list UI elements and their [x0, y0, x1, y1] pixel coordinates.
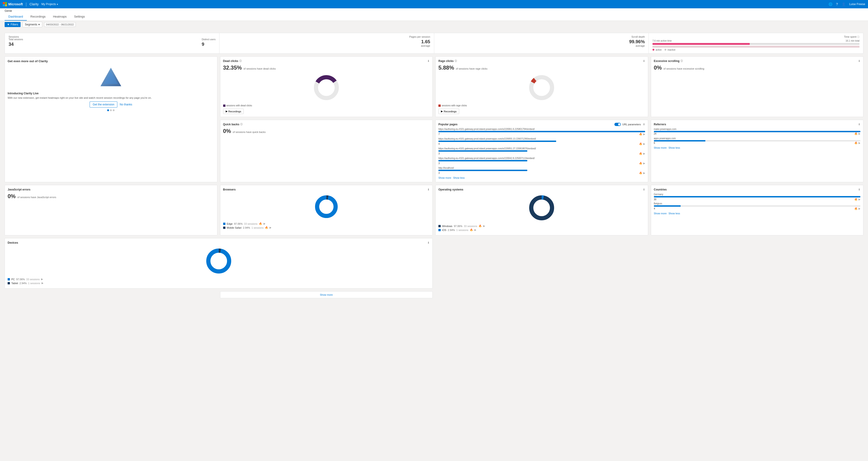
- excessive-scrolling-title-text: Excessive scrolling: [654, 59, 680, 63]
- tab-dashboard[interactable]: Dashboard: [5, 13, 27, 21]
- url-params-toggle-wrap: URL parameters: [614, 123, 641, 126]
- url-heat-icon-2[interactable]: 🔥: [639, 152, 642, 155]
- referrer-heat-icon-0[interactable]: 🔥: [855, 132, 858, 135]
- device-play-1[interactable]: ▶: [41, 282, 43, 285]
- filter-icon: ▼: [7, 23, 10, 26]
- url-play-icon-0[interactable]: ▶: [643, 133, 645, 136]
- tab-settings[interactable]: Settings: [70, 13, 89, 21]
- country-heat-1[interactable]: 🔥: [855, 207, 858, 210]
- country-icons-0: 🔥 ▶: [855, 198, 860, 201]
- top-navigation: Microsoft | Clarity My Projects ▾ 🌐 ? 👤 …: [0, 0, 868, 8]
- url-icons-3: 🔥 ▶: [639, 162, 645, 165]
- rage-clicks-info-icon[interactable]: ⓘ: [455, 59, 457, 63]
- url-heat-icon-4[interactable]: 🔥: [639, 172, 642, 175]
- devices-download-icon[interactable]: ⬇: [427, 241, 430, 244]
- url-count-0: 7: [438, 133, 440, 136]
- distinct-label: Distinct users: [202, 38, 216, 41]
- os-header: Operating systems ⬇: [438, 188, 645, 191]
- browsers-legend: Edge 97.06% 33 sessions 🔥 ▶ Mobile Safar…: [223, 222, 430, 229]
- dead-clicks-recordings-button[interactable]: ▶ Recordings: [223, 109, 244, 114]
- tab-heatmaps[interactable]: Heatmaps: [49, 13, 70, 21]
- carousel-dot-1[interactable]: [107, 109, 109, 111]
- excessive-scrolling-info-icon[interactable]: ⓘ: [680, 59, 683, 63]
- globe-icon[interactable]: 🌐: [829, 2, 832, 6]
- clarity-promo-card: Get even more out of Clarity Introducing…: [5, 56, 217, 182]
- excessive-scrolling-download-icon[interactable]: ⬇: [858, 59, 860, 63]
- os-download-icon[interactable]: ⬇: [643, 188, 645, 191]
- url-text-2: https://authoring.eu-#101.gateway.prod.i…: [438, 147, 645, 150]
- get-extension-button[interactable]: Get the extension: [90, 102, 117, 108]
- filter-button[interactable]: ▼ Filters: [5, 22, 21, 27]
- popular-pages-show-more-card: Show more: [220, 291, 433, 298]
- os-name-1: iOS: [442, 229, 446, 231]
- user-icon[interactable]: 👤: [842, 2, 846, 6]
- time-info-icon[interactable]: ⓘ: [857, 36, 860, 38]
- popular-pages-show-more[interactable]: Show more: [438, 176, 451, 179]
- popular-pages-download-icon[interactable]: ⬇: [643, 123, 645, 126]
- countries-download-icon[interactable]: ⬇: [858, 188, 860, 191]
- rage-clicks-download-icon[interactable]: ⬇: [643, 59, 645, 63]
- referrers-show-less[interactable]: Show less: [669, 146, 680, 149]
- referrer-play-icon-0[interactable]: ▶: [859, 132, 860, 135]
- referrer-heat-icon-1[interactable]: 🔥: [855, 142, 858, 144]
- referrers-download-icon[interactable]: ⬇: [858, 123, 860, 126]
- url-icons-1: 🔥 ▶: [639, 142, 645, 145]
- pages-section: Pages per session 1.65 average: [219, 33, 434, 53]
- user-name: Luise Freese: [849, 3, 865, 6]
- carousel-dot-3[interactable]: [113, 109, 115, 111]
- inactive-dot: [664, 49, 666, 51]
- url-play-icon-3[interactable]: ▶: [643, 162, 645, 165]
- popular-pages-bottom-show-more[interactable]: Show more: [320, 293, 333, 296]
- browser-play-0[interactable]: ▶: [264, 222, 266, 225]
- date-range[interactable]: 04/03/2022 - 06/21/2022: [44, 22, 76, 27]
- excessive-scrolling-header: Excessive scrolling ⓘ ⬇: [654, 59, 861, 63]
- url-heat-icon-1[interactable]: 🔥: [639, 142, 642, 145]
- referrer-play-icon-1[interactable]: ▶: [859, 142, 860, 144]
- country-play-1[interactable]: ▶: [859, 207, 860, 210]
- os-heat-0[interactable]: 🔥: [478, 225, 482, 228]
- browser-heat-0[interactable]: 🔥: [259, 222, 262, 225]
- url-row-4: 3 🔥 ▶: [438, 172, 645, 175]
- device-play-0[interactable]: ▶: [41, 278, 43, 281]
- country-count-0: 30: [654, 198, 656, 201]
- my-projects-button[interactable]: My Projects ▾: [41, 3, 58, 6]
- dead-clicks-info-icon[interactable]: ⓘ: [239, 59, 242, 63]
- promo-image: [8, 66, 214, 88]
- help-icon[interactable]: ?: [836, 2, 838, 6]
- os-play-1[interactable]: ▶: [474, 228, 476, 231]
- js-errors-header: JavaScript errors: [8, 188, 214, 191]
- quick-backs-info-icon[interactable]: ⓘ: [240, 123, 243, 126]
- url-row-1: 4 🔥 ▶: [438, 142, 645, 145]
- url-heat-icon-0[interactable]: 🔥: [639, 133, 642, 136]
- country-play-0[interactable]: ▶: [859, 198, 860, 201]
- browser-play-1[interactable]: ▶: [270, 226, 271, 229]
- recordings-icon: ▶: [226, 110, 227, 113]
- rage-clicks-title-text: Rage clicks: [438, 59, 454, 63]
- js-errors-title-text: JavaScript errors: [8, 188, 30, 191]
- countries-show-more[interactable]: Show more: [654, 212, 667, 215]
- referrers-show-more[interactable]: Show more: [654, 146, 667, 149]
- rage-clicks-recordings-button[interactable]: ▶ Recordings: [438, 109, 459, 114]
- country-heat-0[interactable]: 🔥: [855, 198, 858, 201]
- os-heat-1[interactable]: 🔥: [470, 228, 473, 231]
- no-thanks-button[interactable]: No thanks: [120, 103, 132, 106]
- browsers-download-icon[interactable]: ⬇: [427, 188, 430, 191]
- url-play-icon-4[interactable]: ▶: [643, 172, 645, 175]
- tab-recordings[interactable]: Recordings: [27, 13, 50, 21]
- os-play-0[interactable]: ▶: [483, 225, 485, 228]
- url-play-icon-1[interactable]: ▶: [643, 142, 645, 145]
- dead-clicks-download-icon[interactable]: ⬇: [427, 59, 430, 63]
- url-params-toggle[interactable]: [614, 123, 621, 126]
- rage-clicks-legend-label: sessions with rage clicks: [442, 104, 467, 107]
- browser-heat-1[interactable]: 🔥: [265, 226, 268, 229]
- url-heat-icon-3[interactable]: 🔥: [639, 162, 642, 165]
- url-play-icon-2[interactable]: ▶: [643, 152, 645, 155]
- rage-clicks-legend-item: sessions with rage clicks: [438, 104, 467, 107]
- segments-button[interactable]: Segments ▾: [22, 22, 42, 27]
- os-donut-wrap: [438, 194, 645, 222]
- project-name: Genie: [5, 8, 863, 13]
- browser-square-0: [223, 223, 225, 225]
- countries-show-less[interactable]: Show less: [669, 212, 680, 215]
- popular-pages-show-less[interactable]: Show less: [453, 176, 465, 179]
- carousel-dot-2[interactable]: [110, 109, 112, 111]
